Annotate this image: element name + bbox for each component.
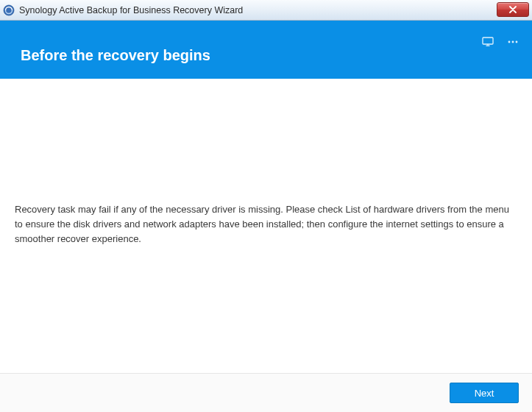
svg-point-5 bbox=[512, 41, 514, 43]
instruction-text: Recovery task may fail if any of the nec… bbox=[15, 202, 517, 246]
close-icon bbox=[508, 6, 517, 13]
svg-point-4 bbox=[508, 41, 511, 43]
wizard-content: Recovery task may fail if any of the nec… bbox=[0, 79, 532, 373]
svg-rect-2 bbox=[486, 46, 490, 46]
window-titlebar: Synology Active Backup for Business Reco… bbox=[0, 0, 532, 21]
wizard-banner: Before the recovery begins bbox=[0, 21, 532, 79]
svg-point-6 bbox=[516, 41, 518, 43]
svg-rect-3 bbox=[487, 44, 489, 46]
page-heading: Before the recovery begins bbox=[21, 47, 210, 79]
wizard-footer: Next bbox=[0, 373, 532, 412]
monitor-icon bbox=[482, 37, 494, 47]
svg-rect-1 bbox=[483, 38, 493, 44]
display-settings-button[interactable] bbox=[482, 37, 494, 47]
window-title: Synology Active Backup for Business Reco… bbox=[19, 5, 243, 15]
close-button[interactable] bbox=[497, 2, 529, 17]
app-icon bbox=[3, 4, 15, 16]
next-button[interactable]: Next bbox=[450, 383, 519, 403]
more-menu-icon bbox=[507, 37, 519, 47]
more-menu-button[interactable] bbox=[507, 37, 519, 47]
banner-actions bbox=[482, 37, 519, 47]
